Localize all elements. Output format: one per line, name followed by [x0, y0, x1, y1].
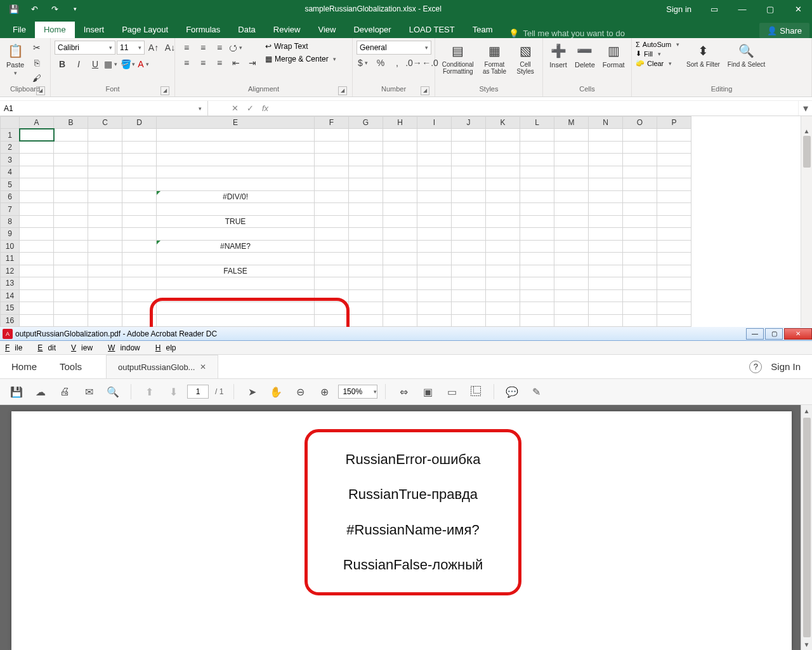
conditional-formatting-button[interactable]: ▤Conditional Formatting [439, 41, 477, 76]
tab-home[interactable]: Home [35, 22, 75, 38]
fill-button[interactable]: ⬇Fill▾ [636, 50, 681, 58]
format-cells-button[interactable]: ▥Format [600, 41, 627, 70]
acrobat-help-icon[interactable]: ? [749, 361, 762, 373]
menu-edit[interactable]: Edit [32, 343, 66, 352]
cell[interactable] [54, 314, 88, 327]
tab-file[interactable]: File [4, 22, 35, 38]
cell[interactable] [486, 190, 520, 202]
cell[interactable] [486, 289, 520, 302]
cell[interactable] [20, 277, 54, 289]
cell[interactable] [88, 190, 122, 202]
cell[interactable] [486, 265, 520, 277]
cell[interactable] [122, 240, 157, 252]
tab-insert[interactable]: Insert [75, 22, 114, 38]
delete-cells-button[interactable]: ➖Delete [572, 41, 598, 70]
cell[interactable] [349, 302, 383, 314]
cell[interactable] [20, 265, 54, 277]
tab-team[interactable]: Team [464, 22, 502, 38]
cell[interactable] [54, 154, 88, 166]
cell[interactable] [520, 154, 554, 166]
cell[interactable] [349, 141, 383, 153]
cell[interactable] [520, 228, 554, 240]
align-middle-icon[interactable]: ≡ [195, 41, 211, 55]
border-button[interactable]: ▦▾ [104, 57, 119, 71]
acrobat-page-input[interactable] [187, 385, 209, 399]
undo-icon[interactable]: ↶ [25, 1, 43, 17]
cell[interactable] [417, 129, 452, 141]
cell[interactable] [20, 240, 54, 252]
cell[interactable] [54, 129, 88, 141]
column-header[interactable]: K [486, 117, 520, 129]
cell[interactable] [417, 190, 452, 202]
cell[interactable] [349, 215, 383, 227]
acrobat-zoom-out-icon[interactable]: ⊖ [290, 382, 310, 401]
cell[interactable] [486, 203, 520, 215]
cell[interactable] [349, 190, 383, 202]
cell[interactable] [157, 166, 315, 178]
cell[interactable] [157, 178, 315, 190]
cell[interactable] [520, 314, 554, 327]
cell[interactable] [554, 178, 589, 190]
cell[interactable] [157, 203, 315, 215]
cell[interactable] [349, 154, 383, 166]
acrobat-tab-home[interactable]: Home [0, 355, 48, 378]
cell[interactable] [589, 240, 623, 252]
acrobat-save-icon[interactable]: 💾 [6, 382, 27, 401]
cell[interactable]: #DIV/0! [157, 190, 315, 202]
number-format-combo[interactable]: General▾ [357, 41, 431, 55]
cell[interactable] [383, 253, 417, 265]
cell[interactable] [54, 253, 88, 265]
cell[interactable] [417, 265, 452, 277]
cell[interactable] [589, 141, 623, 153]
close-icon[interactable]: ✕ [784, 0, 812, 18]
acrobat-viewport[interactable]: RussianError-ошибка RussianTrue-правда #… [0, 405, 812, 650]
cell[interactable] [315, 240, 349, 252]
cell[interactable] [315, 277, 349, 289]
share-button[interactable]: 👤 Share [759, 23, 809, 38]
menu-file[interactable]: File [0, 343, 32, 352]
cell[interactable] [349, 253, 383, 265]
align-bottom-icon[interactable]: ≡ [212, 41, 227, 55]
cell[interactable] [589, 265, 623, 277]
cell[interactable] [520, 129, 554, 141]
cell[interactable] [88, 178, 122, 190]
align-left-icon[interactable]: ≡ [179, 56, 194, 70]
cell[interactable] [452, 203, 486, 215]
autosum-button[interactable]: ΣAutoSum▾ [636, 41, 681, 48]
tab-load-test[interactable]: LOAD TEST [400, 22, 464, 38]
cell[interactable] [554, 228, 589, 240]
acrobat-tab-tools[interactable]: Tools [48, 355, 93, 378]
cell[interactable] [54, 178, 88, 190]
wrap-text-button[interactable]: ↩Wrap Text [263, 41, 341, 52]
cell[interactable] [623, 314, 657, 327]
cell[interactable] [383, 203, 417, 215]
qat-customize-icon[interactable]: ▾ [66, 1, 84, 17]
decrease-indent-icon[interactable]: ⇤ [228, 56, 244, 70]
cell[interactable] [122, 141, 157, 153]
row-header[interactable]: 4 [1, 166, 20, 178]
cell[interactable] [486, 228, 520, 240]
cell[interactable] [520, 203, 554, 215]
cell[interactable] [20, 314, 54, 327]
acrobat-search-icon[interactable]: 🔍 [103, 382, 123, 401]
cell[interactable] [623, 253, 657, 265]
copy-icon[interactable]: ⎘ [29, 56, 44, 70]
row-header[interactable]: 15 [1, 302, 20, 314]
scroll-up-icon[interactable]: ▲ [804, 128, 810, 135]
percent-format-icon[interactable]: % [373, 56, 388, 70]
cell[interactable] [623, 166, 657, 178]
clipboard-launcher-icon[interactable]: ◢ [36, 86, 45, 95]
cell[interactable] [589, 154, 623, 166]
cell[interactable] [54, 190, 88, 202]
cell[interactable] [589, 129, 623, 141]
cell[interactable] [122, 166, 157, 178]
merge-center-button[interactable]: ▦Merge & Center▾ [263, 53, 341, 65]
bold-button[interactable]: B [55, 57, 70, 71]
cell[interactable] [452, 178, 486, 190]
cell[interactable] [589, 166, 623, 178]
row-header[interactable]: 12 [1, 265, 20, 277]
sort-filter-button[interactable]: ⬍Sort & Filter [684, 41, 723, 69]
cell[interactable] [417, 141, 452, 153]
cell[interactable] [157, 253, 315, 265]
cell[interactable] [122, 302, 157, 314]
